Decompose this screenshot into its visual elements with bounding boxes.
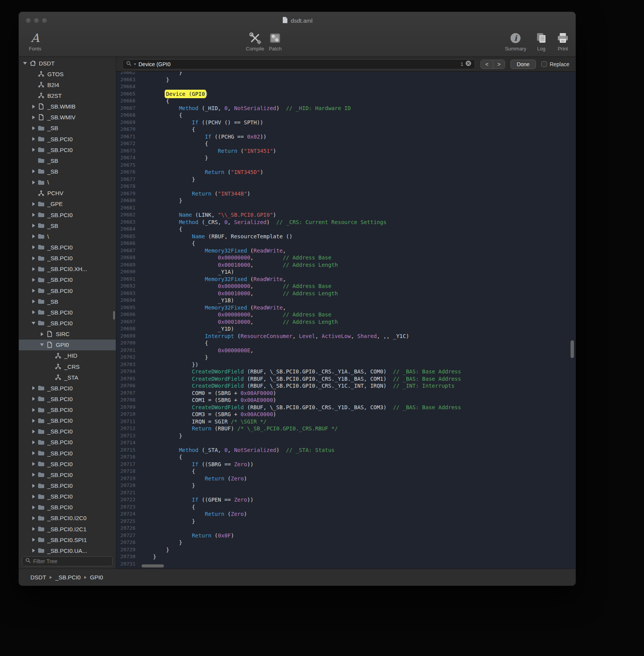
sidebar-item-sb[interactable]: _SB	[19, 220, 116, 231]
sidebar-item-sb-pci0-i2c0[interactable]: _SB.PCI0.I2C0	[19, 513, 116, 524]
sidebar-item-sb-pci0-i2c1[interactable]: _SB.PCI0.I2C1	[19, 524, 116, 534]
sidebar-item-sb[interactable]: _SB	[19, 296, 116, 307]
sidebar-item-dsdt[interactable]: DSDT	[19, 58, 116, 69]
minimize-window-button[interactable]	[34, 18, 39, 23]
find-next-button[interactable]: >	[493, 60, 505, 69]
sidebar-item-sb-pci0[interactable]: _SB.PCI0	[19, 383, 116, 393]
sidebar-item-sb-pci0[interactable]: _SB.PCI0	[19, 274, 116, 285]
clear-search-icon[interactable]	[465, 60, 471, 68]
sidebar-item-backslash[interactable]: \	[19, 231, 116, 242]
sidebar-item-sb[interactable]: _SB	[19, 155, 116, 166]
disclosure-right-icon[interactable]	[30, 115, 37, 119]
find-input[interactable]	[138, 61, 458, 67]
disclosure-right-icon[interactable]	[30, 397, 37, 401]
search-history-caret-icon[interactable]	[134, 64, 136, 65]
disclosure-right-icon[interactable]	[30, 451, 37, 455]
breadcrumb-item[interactable]: DSDT	[30, 574, 46, 581]
done-button[interactable]: Done	[511, 60, 536, 69]
patch-button[interactable]: Patch	[269, 31, 282, 52]
sidebar-item-sb[interactable]: _SB	[19, 123, 116, 134]
sidebar-item-sb-pci0[interactable]: _SB.PCI0	[19, 209, 116, 220]
disclosure-right-icon[interactable]	[30, 549, 37, 552]
disclosure-right-icon[interactable]	[30, 440, 37, 444]
sidebar-item-gpe[interactable]: _GPE	[19, 199, 116, 209]
sidebar-item-pchv[interactable]: PCHV	[19, 188, 116, 199]
disclosure-right-icon[interactable]	[30, 462, 37, 466]
disclosure-right-icon[interactable]	[30, 289, 37, 293]
sidebar-item-sb-pci0-xh[interactable]: _SB.PCI0.XH...	[19, 264, 116, 274]
code-area[interactable]: 20662 }20663 }2066420665 Device (GPI0)20…	[116, 72, 576, 569]
sidebar-item-gtos[interactable]: GTOS	[19, 69, 116, 79]
sidebar-item-sb-pci0[interactable]: _SB.PCI0	[19, 318, 116, 328]
titlebar[interactable]: dsdt.aml	[19, 12, 576, 29]
disclosure-right-icon[interactable]	[30, 202, 37, 206]
disclosure-right-icon[interactable]	[30, 516, 37, 520]
disclosure-down-icon[interactable]	[39, 343, 45, 346]
disclosure-right-icon[interactable]	[30, 256, 37, 260]
sidebar-item-sb-pci0[interactable]: _SB.PCI0	[19, 502, 116, 513]
sidebar-item-sb-pci0[interactable]: _SB.PCI0	[19, 307, 116, 318]
sidebar-item-sb-pci0[interactable]: _SB.PCI0	[19, 459, 116, 469]
sidebar-item-sb-wmiv[interactable]: _SB.WMIV	[19, 112, 116, 123]
sidebar-item-sb[interactable]: _SB	[19, 166, 116, 177]
sidebar-item-sb-pci0[interactable]: _SB.PCI0	[19, 437, 116, 448]
filter-tree-input[interactable]	[33, 558, 109, 564]
log-button[interactable]: Log	[535, 31, 548, 52]
disclosure-right-icon[interactable]	[30, 278, 37, 282]
sidebar-scrollbar-thumb[interactable]	[113, 311, 115, 320]
sidebar-item-sb-pci0[interactable]: _SB.PCI0	[19, 242, 116, 253]
sidebar-item-sb-pci0[interactable]: _SB.PCI0	[19, 285, 116, 296]
breadcrumb-item[interactable]: _SB.PCI0	[55, 574, 81, 581]
sidebar-item-sb-pci0[interactable]: _SB.PCI0	[19, 491, 116, 502]
close-window-button[interactable]	[26, 18, 31, 23]
vertical-scrollbar-thumb[interactable]	[571, 340, 574, 358]
filter-tree-field[interactable]	[22, 556, 113, 566]
disclosure-right-icon[interactable]	[30, 224, 37, 228]
disclosure-right-icon[interactable]	[30, 527, 37, 531]
disclosure-right-icon[interactable]	[30, 181, 37, 184]
sidebar-item-sb-pci0[interactable]: _SB.PCI0	[19, 405, 116, 415]
sidebar-item-sb-pci0[interactable]: _SB.PCI0	[19, 134, 116, 144]
sidebar-item-b2st[interactable]: B2ST	[19, 90, 116, 101]
sidebar-item-sb-pci0[interactable]: _SB.PCI0	[19, 426, 116, 437]
sidebar-item-sb-wmib[interactable]: _SB.WMIB	[19, 101, 116, 112]
disclosure-right-icon[interactable]	[30, 473, 37, 477]
sidebar-item-hid[interactable]: _HID	[19, 350, 116, 361]
disclosure-right-icon[interactable]	[30, 505, 37, 509]
disclosure-right-icon[interactable]	[30, 234, 37, 238]
zoom-window-button[interactable]	[42, 18, 47, 23]
disclosure-right-icon[interactable]	[30, 419, 37, 423]
sidebar-item-sb-pci0[interactable]: _SB.PCI0	[19, 415, 116, 426]
disclosure-right-icon[interactable]	[30, 430, 37, 433]
sidebar-item-backslash[interactable]: \	[19, 177, 116, 188]
sidebar-item-sb-pci0[interactable]: _SB.PCI0	[19, 144, 116, 155]
sidebar-item-sb-pci0-spi1[interactable]: _SB.PCI0.SPI1	[19, 534, 116, 545]
sidebar-item-sb-pci0[interactable]: _SB.PCI0	[19, 469, 116, 480]
print-button[interactable]: Print	[556, 31, 569, 52]
sidebar-item-sb-pci0[interactable]: _SB.PCI0	[19, 480, 116, 491]
disclosure-right-icon[interactable]	[30, 300, 37, 303]
disclosure-down-icon[interactable]	[30, 322, 37, 325]
breadcrumb-item[interactable]: GPI0	[90, 574, 103, 581]
summary-button[interactable]: i Summary	[505, 31, 526, 52]
disclosure-right-icon[interactable]	[30, 105, 37, 109]
disclosure-right-icon[interactable]	[30, 267, 37, 271]
replace-checkbox[interactable]	[541, 61, 547, 67]
disclosure-down-icon[interactable]	[22, 62, 28, 65]
disclosure-right-icon[interactable]	[39, 332, 45, 336]
sidebar-item-crs[interactable]: _CRS	[19, 361, 116, 372]
disclosure-right-icon[interactable]	[30, 310, 37, 314]
horizontal-scrollbar-thumb[interactable]	[142, 564, 164, 567]
disclosure-right-icon[interactable]	[30, 126, 37, 130]
disclosure-right-icon[interactable]	[30, 484, 37, 488]
disclosure-right-icon[interactable]	[30, 245, 37, 249]
disclosure-right-icon[interactable]	[30, 408, 37, 412]
sidebar-item-sirc[interactable]: SIRC	[19, 329, 116, 340]
disclosure-right-icon[interactable]	[30, 538, 37, 542]
sidebar-item-gpi0[interactable]: GPI0	[19, 340, 116, 350]
disclosure-right-icon[interactable]	[30, 213, 37, 217]
sidebar-item-sb-pci0-ua[interactable]: _SB.PCI0.UA...	[19, 545, 116, 555]
find-field[interactable]: 1	[122, 59, 475, 69]
sidebar-item-sta[interactable]: _STA	[19, 372, 116, 383]
find-previous-button[interactable]: <	[481, 60, 493, 69]
